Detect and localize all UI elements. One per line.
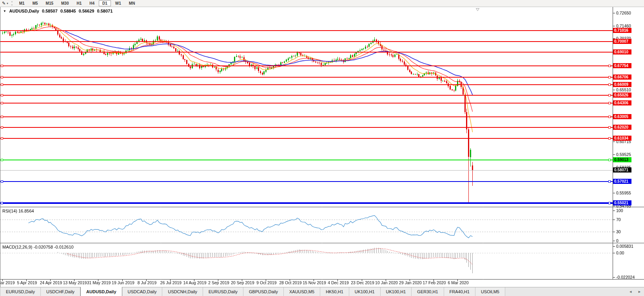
price-level-tag: 0.71016 [613,28,631,33]
price-level-tag: 0.66706 [613,74,631,80]
date-axis-label: 5 Apr 2019 [17,280,37,285]
rsi-axis-label: 0 [616,238,619,243]
date-axis-label: 24 Apr 2019 [40,280,62,285]
rsi-indicator-label: RSI(14) 16.8564 [2,209,34,213]
chart-tab-ger30-h1[interactable]: GER30,H1 [412,287,444,296]
price-level-tag: 0.70007 [613,39,631,44]
timeframe-toolbar: M1M5M15M30H1H4D1W1MN [15,0,139,6]
date-axis-label: 23 Dec 2019 [351,280,374,285]
chart-tab-uk100-h1[interactable]: UK100,H1 [349,287,381,296]
timeframe-button-d1[interactable]: D1 [99,0,111,6]
price-axis-label: 0.59525 [616,152,631,157]
timeframe-button-h1[interactable]: H1 [73,0,85,6]
toolbar-grip-handle[interactable] [11,1,13,5]
date-axis-label: 9 Oct 2019 [256,280,276,285]
timeframe-button-m1[interactable]: M1 [16,0,28,6]
top-toolbar: ✎ ▾ M1M5M15M30H1H4D1W1MN [0,0,644,7]
ohlc-open-value: 0.58507 [42,9,58,13]
price-level-tag: 0.55021 [613,200,631,205]
trading-platform-window: { "toolbar": { "drawing_tool_glyph": "✎"… [0,0,644,296]
chart-tab-uk100-h1[interactable]: UK100,H1 [381,287,412,296]
tool-dropdown-arrow-icon[interactable]: ▾ [7,2,8,5]
ohlc-low-value: 0.56629 [79,9,94,13]
price-level-tag: 0.61034 [613,136,631,141]
price-level-tag: 0.57021 [613,179,631,184]
price-level-tag: 0.59013 [613,157,631,162]
tab-scroll-left-icon[interactable]: ◄ [626,287,635,296]
price-axis-label: 0.65510 [616,87,631,92]
chart-tab-audusd-daily[interactable]: AUDUSD,Daily [80,287,122,296]
price-level-tag: 0.63005 [613,114,631,119]
tab-scroll-right-icon[interactable]: ► [635,287,644,296]
date-axis-label: 6 Mar 2020 [448,280,468,285]
macd-indicator-label: MACD(12,26,9) -0.020758 -0.012610 [2,245,74,249]
date-axis-label: 18 Mar 2019 [0,280,15,285]
chart-symbol-label: AUDUSD,Daily [9,9,39,13]
date-axis-label: 15 Nov 2019 [303,280,326,285]
date-axis-label: 13 May 2019 [63,280,87,285]
chart-tab-xauusd-m5[interactable]: XAUUSD,M5 [284,287,320,296]
rsi-axis-label: 70 [616,217,621,222]
date-axis-label: 2 Sep 2019 [208,280,229,285]
chart-tab-usdchf-daily[interactable]: USDCHF,Daily [41,287,80,296]
chart-tab-usdcad-daily[interactable]: USDCAD,Daily [122,287,163,296]
chart-tab-fra40-h1[interactable]: FRA40,H1 [444,287,475,296]
rsi-axis-label: 30 [616,229,621,234]
date-axis-label: 29 Jan 2020 [399,280,422,285]
price-level-tag: 0.64306 [613,100,631,105]
date-axis-label: 8 Jul 2019 [138,280,156,285]
macd-axis-label: 0.00 [616,251,624,255]
date-axis-label: 19 Jun 2019 [112,280,134,285]
ohlc-high-value: 0.58845 [60,9,76,13]
timeframe-button-mn[interactable]: MN [125,0,139,6]
timeframe-button-m5[interactable]: M5 [29,0,42,6]
chart-tab-eurusd-daily[interactable]: EURUSD,Daily [0,287,41,296]
date-axis-label: 20 Sep 2019 [231,280,254,285]
tab-bar-spacer [505,287,626,296]
chart-tab-hk50-h1[interactable]: HK50,H1 [320,287,349,296]
price-level-tag: 0.65026 [613,93,631,98]
chart-tab-usdcnh-daily[interactable]: USDCNH,Daily [162,287,203,296]
date-axis-label: 26 Jul 2019 [160,280,181,285]
price-axis-label: 0.72650 [616,11,631,15]
timeframe-button-m30[interactable]: M30 [58,0,72,6]
date-axis-label: 31 May 2019 [87,280,111,285]
price-level-tag: 0.66009 [613,82,631,87]
chart-tab-bar: EURUSD,DailyUSDCHF,DailyAUDUSD,DailyUSDC… [0,287,644,296]
price-level-tag: 0.62020 [613,125,631,130]
chart-tab-usoil-m5[interactable]: USOil,M5 [475,287,505,296]
timeframe-button-m15[interactable]: M15 [42,0,57,6]
rsi-axis-label: 100 [616,208,623,213]
timeframe-button-w1[interactable]: W1 [112,0,125,6]
chart-title: ▼ AUDUSD,Daily 0.58507 0.58845 0.56629 0… [3,9,114,13]
price-level-tag: 0.67754 [613,63,631,68]
collapse-chart-icon[interactable]: ▼ [3,9,6,13]
date-axis-label: 28 Oct 2019 [279,280,301,285]
price-level-tag: 0.69010 [613,49,631,54]
ohlc-close-value: 0.58071 [97,9,113,13]
price-axis-label: 0.55955 [616,191,631,195]
chart-canvas[interactable] [0,0,644,296]
drawing-tool-icon[interactable]: ✎ [2,0,5,6]
chart-tab-eurusd-daily[interactable]: EURUSD,Daily [203,287,243,296]
current-price-tag: 0.58071 [613,167,631,173]
macd-axis-label: -0.022024 [616,275,635,280]
chart-tab-gbpusd-daily[interactable]: GBPUSD,Daily [243,287,284,296]
date-axis-label: 10 Jan 2020 [375,280,398,285]
date-axis-label: 4 Dec 2019 [328,280,349,285]
timeframe-button-h4[interactable]: H4 [86,0,98,6]
date-axis-label: 14 Aug 2019 [183,280,207,285]
date-axis-label: 17 Feb 2020 [423,280,446,285]
macd-axis-label: 0.005831 [616,244,633,249]
